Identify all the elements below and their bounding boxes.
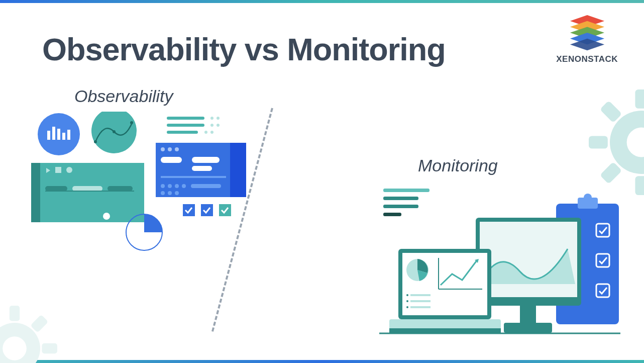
svg-point-47 bbox=[168, 147, 172, 151]
svg-point-38 bbox=[210, 117, 213, 120]
svg-rect-68 bbox=[108, 186, 133, 191]
svg-rect-30 bbox=[67, 130, 70, 140]
svg-point-39 bbox=[217, 117, 220, 120]
svg-rect-52 bbox=[161, 176, 226, 178]
svg-rect-57 bbox=[191, 184, 221, 188]
svg-rect-26 bbox=[47, 131, 50, 140]
svg-rect-72 bbox=[201, 204, 213, 216]
bar-chart-icon bbox=[38, 113, 80, 155]
svg-point-53 bbox=[161, 184, 165, 188]
svg-point-101 bbox=[406, 306, 408, 308]
svg-rect-98 bbox=[410, 294, 431, 296]
svg-rect-76 bbox=[383, 189, 430, 192]
svg-rect-51 bbox=[192, 166, 212, 171]
svg-rect-102 bbox=[410, 306, 431, 308]
svg-rect-29 bbox=[62, 133, 65, 140]
svg-point-48 bbox=[175, 147, 179, 151]
dashboard-panel-blue bbox=[156, 143, 246, 197]
svg-rect-16 bbox=[10, 306, 20, 321]
monitoring-label: Monitoring bbox=[418, 156, 498, 175]
observability-illustration bbox=[31, 112, 252, 252]
gear-decoration-left bbox=[0, 306, 57, 363]
svg-rect-28 bbox=[57, 129, 60, 140]
svg-rect-89 bbox=[504, 323, 552, 333]
svg-rect-11 bbox=[600, 162, 622, 185]
svg-point-82 bbox=[584, 194, 592, 202]
svg-rect-78 bbox=[383, 205, 418, 208]
svg-rect-79 bbox=[383, 213, 401, 216]
svg-point-32 bbox=[94, 140, 97, 143]
svg-point-34 bbox=[130, 121, 133, 124]
svg-rect-35 bbox=[167, 117, 204, 120]
svg-rect-66 bbox=[45, 186, 67, 191]
svg-rect-37 bbox=[167, 131, 198, 134]
gear-decoration-right bbox=[589, 89, 644, 195]
checkbox-row-icon bbox=[183, 204, 231, 216]
bottom-gradient-bar bbox=[0, 360, 644, 363]
svg-point-46 bbox=[161, 147, 165, 151]
svg-rect-8 bbox=[589, 136, 608, 148]
svg-rect-49 bbox=[161, 157, 182, 163]
svg-point-56 bbox=[182, 184, 186, 188]
svg-rect-64 bbox=[55, 167, 61, 173]
brand-block: XENONSTACK bbox=[556, 15, 618, 64]
svg-rect-12 bbox=[600, 101, 622, 123]
observability-label: Observability bbox=[74, 86, 173, 106]
svg-rect-73 bbox=[219, 204, 231, 216]
svg-rect-6 bbox=[635, 89, 644, 109]
svg-point-58 bbox=[161, 191, 165, 195]
svg-rect-67 bbox=[72, 186, 102, 191]
svg-rect-19 bbox=[42, 343, 57, 353]
svg-rect-88 bbox=[520, 306, 536, 323]
svg-point-24 bbox=[3, 336, 27, 360]
svg-rect-93 bbox=[389, 328, 501, 333]
status-lines-icon bbox=[383, 189, 430, 216]
svg-point-99 bbox=[406, 300, 408, 302]
svg-rect-61 bbox=[31, 163, 144, 222]
svg-point-59 bbox=[168, 191, 172, 195]
brand-logo-icon bbox=[568, 15, 607, 51]
dashboard-panel-teal bbox=[31, 163, 144, 222]
svg-rect-20 bbox=[30, 315, 48, 333]
svg-rect-27 bbox=[52, 127, 55, 140]
svg-point-33 bbox=[113, 130, 116, 133]
page-title: Observability vs Monitoring bbox=[42, 31, 446, 67]
svg-point-43 bbox=[210, 131, 213, 134]
svg-point-42 bbox=[204, 131, 207, 134]
spline-chart-icon bbox=[91, 112, 137, 153]
svg-rect-50 bbox=[192, 157, 220, 163]
svg-point-65 bbox=[66, 167, 72, 173]
svg-rect-71 bbox=[183, 204, 195, 216]
svg-point-54 bbox=[168, 184, 172, 188]
svg-point-40 bbox=[210, 124, 213, 127]
svg-rect-100 bbox=[410, 300, 431, 302]
svg-point-97 bbox=[406, 294, 408, 296]
svg-rect-36 bbox=[167, 124, 204, 127]
monitoring-illustration bbox=[379, 189, 620, 339]
laptop-icon bbox=[389, 249, 501, 333]
svg-rect-77 bbox=[383, 197, 418, 200]
svg-point-60 bbox=[175, 191, 179, 195]
svg-rect-7 bbox=[635, 176, 644, 195]
top-gradient-bar bbox=[0, 0, 644, 3]
svg-point-55 bbox=[175, 184, 179, 188]
svg-point-41 bbox=[217, 124, 220, 127]
brand-name: XENONSTACK bbox=[556, 54, 618, 64]
svg-point-70 bbox=[103, 213, 110, 220]
pie-quarter-icon bbox=[126, 214, 162, 250]
list-lines-icon bbox=[167, 117, 220, 134]
svg-rect-62 bbox=[31, 163, 40, 222]
